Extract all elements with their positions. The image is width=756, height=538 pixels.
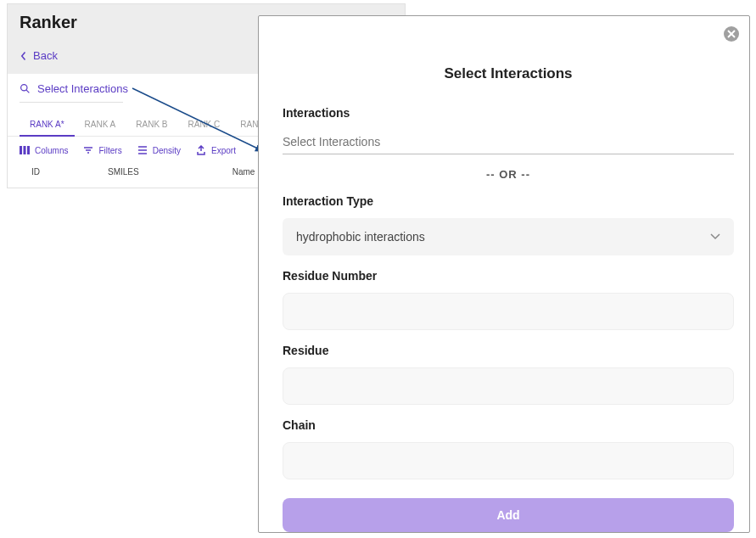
chevron-left-icon xyxy=(20,51,28,61)
filter-icon xyxy=(83,145,93,155)
density-icon xyxy=(137,145,148,155)
density-label: Density xyxy=(153,146,181,155)
chain-label: Chain xyxy=(283,418,734,432)
interaction-type-select[interactable]: hydrophobic interactions xyxy=(283,218,734,255)
tab-rank-c[interactable]: RANK C xyxy=(178,115,231,136)
tab-rank-a-star[interactable]: RANK A* xyxy=(20,115,75,136)
svg-rect-2 xyxy=(20,146,22,154)
columns-button[interactable]: Columns xyxy=(20,145,68,155)
select-interactions-label: Select Interactions xyxy=(37,82,128,95)
columns-icon xyxy=(20,145,30,155)
residue-number-label: Residue Number xyxy=(283,269,734,283)
density-button[interactable]: Density xyxy=(137,145,181,155)
interactions-input[interactable] xyxy=(283,130,734,154)
tab-rank-b[interactable]: RANK B xyxy=(126,115,177,136)
export-button[interactable]: Export xyxy=(196,145,236,155)
svg-rect-3 xyxy=(24,146,26,154)
columns-label: Columns xyxy=(35,146,68,155)
col-name: Name xyxy=(232,167,255,177)
svg-rect-4 xyxy=(27,146,30,154)
chain-input[interactable] xyxy=(283,442,734,479)
divider xyxy=(20,102,123,103)
col-smiles: SMILES xyxy=(108,167,139,177)
select-interactions-modal: Select Interactions Interactions -- OR -… xyxy=(258,15,750,533)
chevron-down-icon xyxy=(710,233,720,240)
residue-input[interactable] xyxy=(283,367,734,405)
col-id: ID xyxy=(31,167,40,177)
interactions-label: Interactions xyxy=(283,106,734,120)
close-button[interactable] xyxy=(724,26,739,42)
modal-footer: Reset Apply xyxy=(283,532,734,538)
add-button[interactable]: Add xyxy=(283,498,734,532)
filters-button[interactable]: Filters xyxy=(83,145,121,155)
search-icon xyxy=(20,83,31,94)
interaction-type-label: Interaction Type xyxy=(283,194,734,208)
export-label: Export xyxy=(211,146,236,155)
close-icon xyxy=(727,30,736,38)
residue-label: Residue xyxy=(283,344,734,357)
filters-label: Filters xyxy=(98,146,121,155)
export-icon xyxy=(196,145,206,155)
back-label: Back xyxy=(33,49,58,62)
residue-number-input[interactable] xyxy=(283,293,734,330)
tab-rank-a[interactable]: RANK A xyxy=(75,115,126,136)
interaction-type-value: hydrophobic interactions xyxy=(296,230,425,244)
svg-line-1 xyxy=(26,90,29,92)
svg-point-0 xyxy=(21,85,27,91)
modal-title: Select Interactions xyxy=(283,65,734,82)
or-separator: -- OR -- xyxy=(283,168,734,181)
